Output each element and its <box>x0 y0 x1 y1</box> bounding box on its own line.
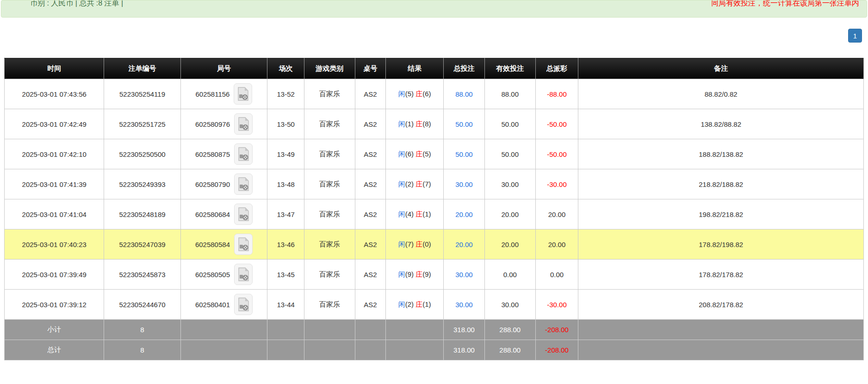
col-header-valid-bet: 有效投注 <box>485 58 536 79</box>
player-result-label: 闲 <box>398 180 405 188</box>
round-id-text: 602580790 <box>195 180 230 188</box>
total-bet-cell: 20.00 <box>443 199 484 229</box>
summary-row: 小计 8 318.00 288.00 -208.00 <box>5 320 864 340</box>
banker-result-value: (1) <box>422 300 431 308</box>
total-bet-cell: 50.00 <box>443 139 484 169</box>
session-cell: 13-52 <box>267 79 304 109</box>
game-type-cell: 百家乐 <box>304 260 355 290</box>
valid-bet-cell: 30.00 <box>485 290 536 320</box>
video-file-icon <box>237 207 249 221</box>
time-cell: 2025-03-01 07:41:04 <box>5 199 104 229</box>
round-id-text: 602580584 <box>195 241 230 248</box>
table-row: 2025-03-01 07:39:49 522305245873 6025805… <box>5 260 864 290</box>
player-result-value: (9) <box>405 270 414 278</box>
round-id-cell: 602580875 <box>180 139 267 169</box>
total-bet-link[interactable]: 88.00 <box>455 90 473 98</box>
player-result-value: (7) <box>405 240 414 248</box>
summary-count-cell: 8 <box>104 320 180 340</box>
banker-result-value: (5) <box>422 150 431 158</box>
player-result-value: (5) <box>405 90 414 98</box>
page-1-button[interactable]: 1 <box>848 29 862 43</box>
total-bet-link[interactable]: 20.00 <box>455 211 473 218</box>
banker-result-value: (7) <box>422 180 431 188</box>
banker-result-label: 庄 <box>415 90 422 98</box>
remark-cell: 198.82/218.82 <box>578 199 864 229</box>
table-no-cell: AS2 <box>355 109 386 139</box>
total-payout-cell: 20.00 <box>535 229 578 260</box>
bet-id-cell: 522305244670 <box>104 290 180 320</box>
summary-total-payout-cell: -208.00 <box>535 320 578 340</box>
game-type-cell: 百家乐 <box>304 79 355 109</box>
session-cell: 13-47 <box>267 199 304 229</box>
table-row: 2025-03-01 07:40:23 522305247039 6025805… <box>5 229 864 260</box>
col-header-time: 时间 <box>5 58 104 79</box>
total-bet-link[interactable]: 20.00 <box>455 241 473 248</box>
total-payout-cell: -50.00 <box>535 109 578 139</box>
round-id-cell: 602580505 <box>180 260 267 290</box>
table-header: 时间 注单编号 局号 场次 游戏类别 桌号 结果 总投注 有效投注 总派彩 备注 <box>5 58 864 79</box>
valid-bet-cell: 0.00 <box>485 260 536 290</box>
valid-bet-cell: 50.00 <box>485 109 536 139</box>
result-cell: 闲(1) 庄(8) <box>386 109 443 139</box>
video-file-icon <box>237 147 249 161</box>
session-cell: 13-44 <box>267 290 304 320</box>
bet-id-cell: 522305248189 <box>104 199 180 229</box>
video-replay-button[interactable] <box>234 264 253 285</box>
session-cell: 13-50 <box>267 109 304 139</box>
round-id-text: 602580684 <box>195 211 230 218</box>
game-type-cell: 百家乐 <box>304 229 355 260</box>
bet-id-cell: 522305245873 <box>104 260 180 290</box>
time-cell: 2025-03-01 07:39:12 <box>5 290 104 320</box>
result-cell: 闲(4) 庄(1) <box>386 199 443 229</box>
banker-result-value: (9) <box>422 270 431 278</box>
player-result-label: 闲 <box>398 240 405 248</box>
total-payout-cell: 20.00 <box>535 199 578 229</box>
round-id-cell: 602580790 <box>180 169 267 199</box>
round-id-cell: 602580584 <box>180 229 267 260</box>
total-payout-cell: -30.00 <box>535 169 578 199</box>
remark-cell: 88.82/0.82 <box>578 79 864 109</box>
table-no-cell: AS2 <box>355 290 386 320</box>
video-replay-button[interactable] <box>234 173 253 195</box>
bet-id-cell: 522305247039 <box>104 229 180 260</box>
bet-id-cell: 522305249393 <box>104 169 180 199</box>
time-cell: 2025-03-01 07:43:56 <box>5 79 104 109</box>
video-replay-button[interactable] <box>234 204 253 225</box>
total-bet-link[interactable]: 30.00 <box>455 271 473 279</box>
table-no-cell: AS2 <box>355 79 386 109</box>
video-replay-button[interactable] <box>234 113 253 135</box>
time-cell: 2025-03-01 07:39:49 <box>5 260 104 290</box>
valid-bet-cell: 20.00 <box>485 199 536 229</box>
remark-cell: 138.82/88.82 <box>578 109 864 139</box>
total-bet-link[interactable]: 30.00 <box>455 180 473 188</box>
summary-total-bet-cell: 318.00 <box>443 320 484 340</box>
summary-label-cell: 总计 <box>5 340 104 360</box>
col-header-session: 场次 <box>267 58 304 79</box>
result-cell: 闲(2) 庄(7) <box>386 169 443 199</box>
total-bet-link[interactable]: 50.00 <box>455 120 473 128</box>
video-replay-button[interactable] <box>234 294 253 315</box>
total-bet-link[interactable]: 50.00 <box>455 150 473 158</box>
game-type-cell: 百家乐 <box>304 169 355 199</box>
video-replay-button[interactable] <box>234 143 253 165</box>
player-result-label: 闲 <box>398 210 405 218</box>
table-row: 2025-03-01 07:41:04 522305248189 6025806… <box>5 199 864 229</box>
time-cell: 2025-03-01 07:40:23 <box>5 229 104 260</box>
total-bet-link[interactable]: 30.00 <box>455 301 473 309</box>
table-row: 2025-03-01 07:41:39 522305249393 6025807… <box>5 169 864 199</box>
video-replay-button[interactable] <box>234 83 252 105</box>
video-replay-button[interactable] <box>234 234 253 255</box>
video-file-icon <box>237 117 249 131</box>
round-id-cell: 602580684 <box>180 199 267 229</box>
pagination: 1 <box>0 18 868 43</box>
bet-id-cell: 522305254119 <box>104 79 180 109</box>
bet-id-cell: 522305250500 <box>104 139 180 169</box>
round-id-cell: 602581156 <box>180 79 267 109</box>
summary-valid-bet-cell: 288.00 <box>485 340 536 360</box>
video-file-icon <box>237 297 249 311</box>
valid-bet-cell: 88.00 <box>485 79 536 109</box>
summary-label-cell: 小计 <box>5 320 104 340</box>
currency-summary-text: 币别 : 人民币 | 总共 :8 注单 | <box>30 0 123 8</box>
col-header-bet-id: 注单编号 <box>104 58 180 79</box>
banker-result-label: 庄 <box>415 120 422 128</box>
